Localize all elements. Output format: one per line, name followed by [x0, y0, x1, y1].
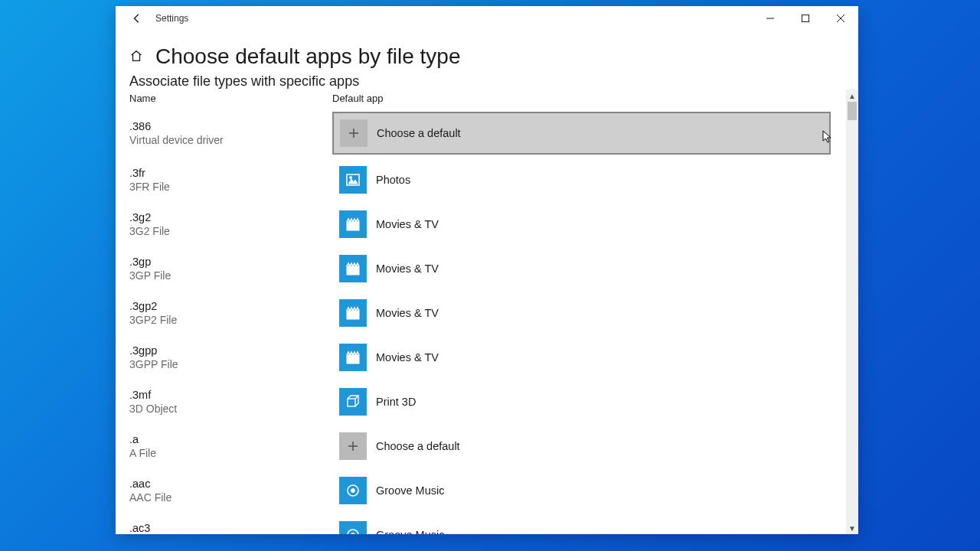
default-app-label: Movies & TV — [376, 307, 439, 319]
file-type-cell: .3gpp3GPP File — [129, 344, 332, 370]
home-button[interactable] — [129, 49, 143, 65]
column-headers: Name Default app — [129, 91, 831, 109]
titlebar: Settings — [116, 6, 858, 31]
file-type-row: .3gp23GP2 FileMovies & TV — [129, 291, 831, 335]
file-type-row: .aacAAC FileGroove Music — [129, 468, 831, 513]
svg-point-17 — [351, 489, 355, 493]
file-type-cell: .3g23G2 File — [129, 211, 332, 237]
file-extension: .3mf — [129, 389, 332, 401]
column-app-header: Default app — [332, 93, 831, 104]
close-icon — [836, 14, 845, 23]
file-type-cell: .ac3AC3 File — [129, 522, 332, 534]
default-app-cell: Print 3D — [332, 383, 831, 421]
default-app-cell: Choose a default — [332, 112, 831, 155]
file-description: 3FR File — [129, 181, 332, 193]
file-type-cell: .3fr3FR File — [129, 167, 332, 193]
default-app-cell: Movies & TV — [332, 205, 831, 243]
default-app-button[interactable]: Photos — [332, 161, 831, 199]
page-subtitle: Associate file types with specific apps — [116, 69, 858, 90]
groove-icon — [339, 477, 367, 504]
maximize-button[interactable] — [788, 6, 823, 31]
plus-icon — [340, 119, 368, 147]
file-description: 3G2 File — [129, 225, 332, 237]
default-app-button[interactable]: Choose a default — [332, 427, 831, 465]
file-description: A File — [129, 447, 332, 459]
default-app-label: Print 3D — [376, 396, 416, 408]
file-description: 3GP File — [129, 269, 332, 282]
file-description: 3GP2 File — [129, 314, 332, 326]
file-type-cell: .3gp23GP2 File — [129, 300, 332, 326]
default-app-cell: Photos — [332, 161, 831, 199]
file-type-cell: .aacAAC File — [129, 478, 332, 504]
svg-rect-13 — [348, 399, 355, 406]
default-app-cell: Choose a default — [332, 427, 831, 465]
movies-icon — [339, 344, 367, 371]
file-type-row: .aA FileChoose a default — [129, 424, 831, 468]
back-button[interactable] — [122, 6, 152, 31]
default-app-button[interactable]: Groove Music — [332, 471, 831, 510]
window-title: Settings — [155, 13, 188, 24]
scroll-down-button[interactable]: ▼ — [846, 522, 858, 534]
movies-icon — [339, 255, 367, 282]
svg-rect-9 — [347, 222, 359, 230]
file-type-cell: .3gp3GP File — [129, 256, 332, 282]
file-type-list: Name Default app .386Virtual device driv… — [116, 90, 846, 534]
file-extension: .3gp2 — [129, 300, 332, 312]
settings-window: Settings Choose default apps by file typ… — [116, 6, 858, 534]
file-type-cell: .aA File — [129, 433, 332, 459]
svg-point-8 — [350, 177, 352, 179]
file-type-row: .3mf3D ObjectPrint 3D — [129, 380, 831, 424]
svg-rect-10 — [347, 266, 359, 275]
file-description: Virtual device driver — [129, 134, 332, 146]
default-app-cell: Groove Music — [332, 516, 831, 534]
file-extension: .3gp — [129, 256, 332, 268]
arrow-left-icon — [132, 13, 142, 24]
minimize-icon — [766, 14, 775, 23]
file-extension: .386 — [129, 120, 332, 132]
file-type-cell: .3mf3D Object — [129, 389, 332, 415]
default-app-button[interactable]: Groove Music — [332, 516, 831, 534]
default-app-label: Groove Music — [376, 529, 444, 534]
default-app-label: Movies & TV — [376, 218, 439, 230]
file-description: AAC File — [129, 491, 332, 504]
scroll-track[interactable] — [846, 102, 858, 522]
svg-rect-1 — [802, 15, 809, 22]
file-extension: .3gpp — [129, 344, 332, 357]
svg-marker-7 — [348, 179, 358, 184]
file-description: 3GPP File — [129, 358, 332, 370]
default-app-button[interactable]: Movies & TV — [332, 294, 831, 332]
default-app-button[interactable]: Choose a default — [332, 112, 831, 155]
scroll-up-button[interactable]: ▲ — [846, 90, 858, 102]
default-app-button[interactable]: Print 3D — [332, 383, 831, 421]
photos-icon — [339, 166, 367, 194]
file-extension: .ac3 — [129, 522, 332, 534]
file-extension: .3fr — [129, 167, 332, 179]
file-type-row: .386Virtual device driverChoose a defaul… — [129, 109, 831, 158]
scroll-thumb[interactable] — [848, 102, 857, 120]
scrollbar[interactable]: ▲ ▼ — [846, 90, 858, 534]
close-button[interactable] — [823, 6, 858, 31]
default-app-cell: Movies & TV — [332, 294, 831, 332]
default-app-cell: Movies & TV — [332, 338, 831, 377]
file-description: 3D Object — [129, 403, 332, 415]
home-icon — [129, 49, 143, 63]
file-extension: .aac — [129, 478, 332, 490]
print3d-icon — [339, 388, 367, 416]
default-app-label: Choose a default — [377, 127, 461, 139]
default-app-cell: Groove Music — [332, 471, 831, 510]
default-app-button[interactable]: Movies & TV — [332, 205, 831, 243]
default-app-button[interactable]: Movies & TV — [332, 249, 831, 288]
column-name-header: Name — [129, 93, 332, 104]
minimize-button[interactable] — [753, 6, 788, 31]
default-app-button[interactable]: Movies & TV — [332, 338, 831, 377]
page-title: Choose default apps by file type — [155, 44, 460, 69]
file-type-row: .3fr3FR FilePhotos — [129, 158, 831, 202]
default-app-label: Choose a default — [376, 440, 460, 452]
svg-rect-11 — [347, 311, 359, 319]
default-app-label: Photos — [376, 174, 410, 186]
file-type-cell: .386Virtual device driver — [129, 120, 332, 146]
movies-icon — [339, 210, 367, 238]
movies-icon — [339, 299, 367, 327]
file-type-row: .3gp3GP FileMovies & TV — [129, 246, 831, 291]
default-app-cell: Movies & TV — [332, 249, 831, 288]
